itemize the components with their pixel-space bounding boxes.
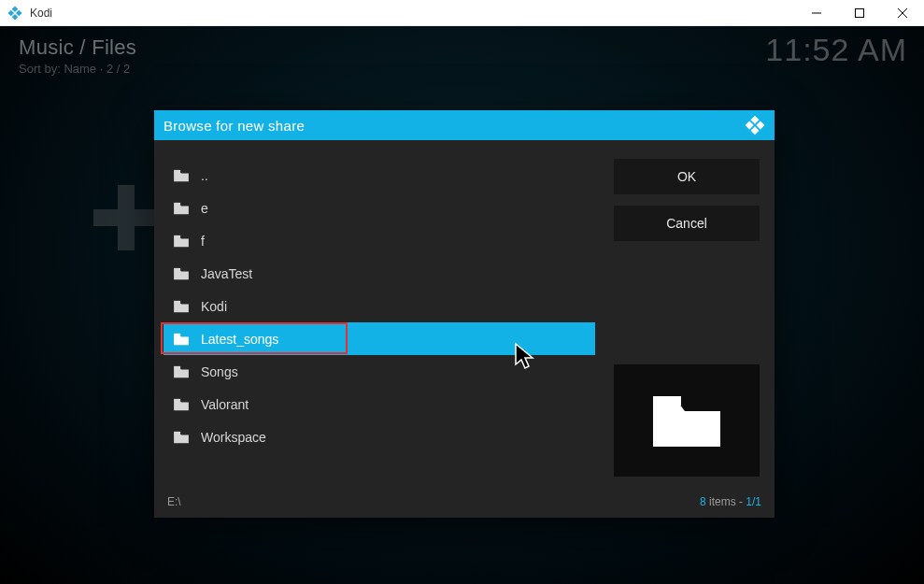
folder-icon xyxy=(173,267,190,280)
svg-rect-5 xyxy=(856,8,864,17)
file-row-label: Songs xyxy=(201,364,238,379)
dialog-header: Browse for new share xyxy=(154,110,775,140)
window-close-button[interactable] xyxy=(881,0,924,26)
file-row-label: f xyxy=(201,234,205,249)
file-row-label: Valorant xyxy=(201,397,249,412)
folder-icon xyxy=(173,333,190,346)
svg-rect-12 xyxy=(174,169,180,172)
svg-rect-11 xyxy=(750,126,759,135)
svg-rect-13 xyxy=(174,202,180,205)
file-row-label: .. xyxy=(201,168,208,183)
file-row[interactable]: Latest_songs xyxy=(163,322,595,355)
folder-preview xyxy=(614,364,760,477)
file-row-label: Latest_songs xyxy=(201,332,278,347)
ok-button[interactable]: OK xyxy=(614,159,760,194)
svg-rect-15 xyxy=(174,267,180,270)
browse-share-dialog: Browse for new share ..efJavaTestKodiLat… xyxy=(154,110,775,518)
svg-rect-2 xyxy=(7,9,14,16)
window-controls xyxy=(795,0,924,26)
kodi-main-area: Music / Files Sort by: Name · 2 / 2 11:5… xyxy=(0,26,924,584)
background-header: Music / Files Sort by: Name · 2 / 2 xyxy=(19,36,136,76)
svg-rect-16 xyxy=(174,300,180,303)
folder-icon xyxy=(173,202,190,215)
svg-rect-17 xyxy=(174,333,180,335)
dialog-footer: E:\ 8 items - 1/1 xyxy=(154,490,775,518)
dialog-title: Browse for new share xyxy=(163,118,745,134)
svg-rect-9 xyxy=(756,121,764,129)
svg-rect-1 xyxy=(16,9,22,16)
file-row-label: Workspace xyxy=(201,430,266,445)
file-row[interactable]: e xyxy=(163,192,595,224)
svg-rect-14 xyxy=(174,235,180,237)
file-row[interactable]: Valorant xyxy=(163,388,595,420)
file-row-label: JavaTest xyxy=(201,266,252,281)
folder-icon xyxy=(173,398,190,411)
sort-info: Sort by: Name · 2 / 2 xyxy=(19,62,136,76)
window-minimize-button[interactable] xyxy=(795,0,838,26)
current-path: E:\ xyxy=(167,495,700,508)
folder-icon xyxy=(173,235,190,248)
file-row[interactable]: .. xyxy=(163,159,595,192)
file-list[interactable]: ..efJavaTestKodiLatest_songsSongsValoran… xyxy=(163,159,595,477)
breadcrumb: Music / Files xyxy=(19,36,136,60)
window-title: Kodi xyxy=(30,7,795,20)
file-row[interactable]: f xyxy=(163,224,595,257)
svg-rect-8 xyxy=(750,116,759,124)
svg-rect-19 xyxy=(174,398,180,401)
kodi-logo-icon xyxy=(745,115,765,135)
window-maximize-button[interactable] xyxy=(838,0,881,26)
dialog-side-column: OK Cancel xyxy=(614,159,760,477)
file-row[interactable]: Kodi xyxy=(163,290,595,322)
svg-rect-10 xyxy=(746,121,754,129)
folder-icon xyxy=(173,169,190,182)
folder-icon xyxy=(173,365,190,378)
window-titlebar: Kodi xyxy=(0,0,924,26)
file-row[interactable]: JavaTest xyxy=(163,257,595,290)
file-row[interactable]: Workspace xyxy=(163,420,595,453)
cancel-button[interactable]: Cancel xyxy=(614,206,760,241)
item-count: 8 items - 1/1 xyxy=(700,495,761,508)
file-row[interactable]: Songs xyxy=(163,355,595,388)
svg-rect-0 xyxy=(12,6,19,12)
svg-rect-20 xyxy=(174,431,180,434)
svg-rect-3 xyxy=(12,13,19,20)
svg-rect-21 xyxy=(653,396,681,406)
file-row-label: e xyxy=(201,201,208,216)
kodi-app-icon xyxy=(7,6,22,21)
clock: 11:52 AM xyxy=(765,32,907,68)
folder-icon xyxy=(173,300,190,313)
folder-large-icon xyxy=(649,391,724,450)
svg-rect-18 xyxy=(174,365,180,368)
file-row-label: Kodi xyxy=(201,299,227,314)
dialog-body: ..efJavaTestKodiLatest_songsSongsValoran… xyxy=(154,140,775,490)
folder-icon xyxy=(173,431,190,444)
